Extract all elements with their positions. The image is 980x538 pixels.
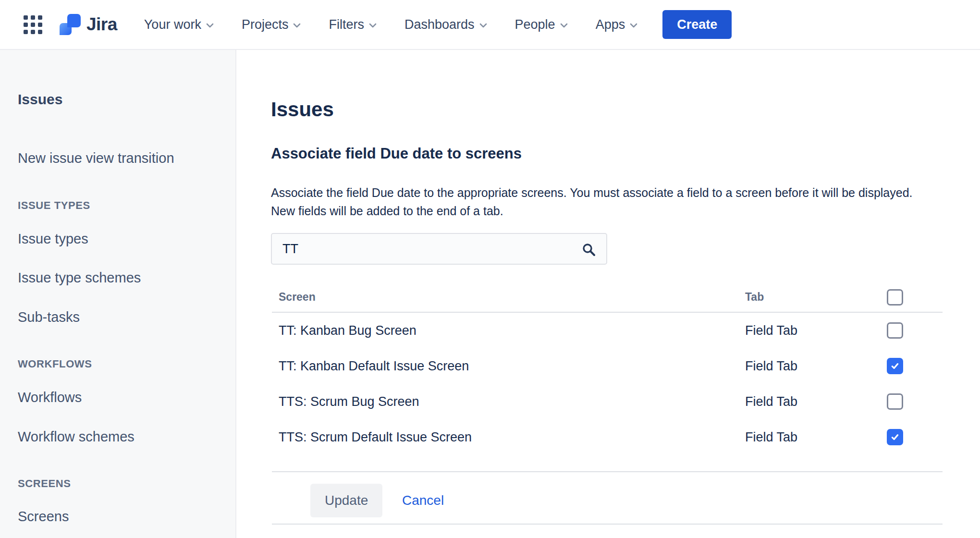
chevron-down-icon (479, 23, 487, 28)
table-footer-divider (272, 471, 943, 472)
nav-item-people[interactable]: People (515, 17, 568, 32)
tab-name: Field Tab (745, 394, 797, 409)
table-row: TTS: Scrum Bug Screen Field Tab (237, 384, 943, 419)
bottom-divider (272, 524, 943, 525)
description-text: Associate the field Due date to the appr… (271, 183, 934, 220)
screen-name: TTS: Scrum Bug Screen (279, 394, 419, 409)
sidebar-item-new-issue-view-transition[interactable]: New issue view transition (18, 150, 174, 166)
nav-menu: Your work Projects Filters Dashboards Pe… (144, 17, 637, 32)
sidebar-item-issues[interactable]: Issues (18, 91, 62, 108)
row-checkbox[interactable] (887, 429, 903, 445)
search-icon (581, 242, 597, 257)
tab-name: Field Tab (745, 359, 797, 374)
chevron-down-icon (369, 23, 377, 28)
nav-item-your-work[interactable]: Your work (144, 17, 214, 32)
sidebar-section-issue-types: ISSUE TYPES (18, 199, 90, 212)
page-title: Issues (271, 98, 334, 121)
sidebar-item-issue-type-schemes[interactable]: Issue type schemes (18, 270, 141, 286)
jira-logo-icon (59, 13, 82, 36)
row-checkbox[interactable] (887, 358, 903, 374)
row-checkbox[interactable] (887, 393, 903, 410)
sidebar-item-screens[interactable]: Screens (18, 509, 69, 525)
screen-name: TT: Kanban Default Issue Screen (279, 359, 469, 374)
main-content: Issues Associate field Due date to scree… (237, 50, 980, 538)
settings-sidebar: Issues New issue view transition ISSUE T… (0, 50, 236, 538)
screens-table: TT: Kanban Bug Screen Field Tab TT: Kanb… (237, 313, 943, 455)
chevron-down-icon (630, 23, 637, 28)
screen-name: TT: Kanban Bug Screen (279, 323, 416, 338)
column-header-screen: Screen (279, 291, 316, 304)
chevron-down-icon (293, 23, 301, 28)
row-checkbox[interactable] (887, 322, 903, 339)
table-row: TTS: Scrum Default Issue Screen Field Ta… (237, 419, 943, 455)
screen-filter-field (271, 233, 607, 265)
chevron-down-icon (206, 23, 214, 28)
app-switcher-icon[interactable] (21, 13, 44, 36)
search-input[interactable] (272, 234, 606, 264)
tab-name: Field Tab (745, 323, 797, 338)
jira-logo-text: Jira (86, 14, 117, 35)
nav-item-projects[interactable]: Projects (242, 17, 301, 32)
select-all-checkbox[interactable] (887, 289, 903, 306)
table-row: TT: Kanban Bug Screen Field Tab (237, 313, 943, 348)
nav-item-dashboards[interactable]: Dashboards (404, 17, 487, 32)
table-row: TT: Kanban Default Issue Screen Field Ta… (237, 348, 943, 384)
update-button[interactable]: Update (310, 484, 382, 517)
nav-item-filters[interactable]: Filters (329, 17, 377, 32)
sidebar-section-screens: SCREENS (18, 477, 71, 490)
cancel-link[interactable]: Cancel (402, 493, 444, 508)
sidebar-item-workflow-schemes[interactable]: Workflow schemes (18, 429, 135, 445)
table-header-row: Screen Tab (237, 287, 943, 308)
section-title: Associate field Due date to screens (271, 145, 522, 162)
sidebar-item-workflows[interactable]: Workflows (18, 390, 82, 405)
column-header-tab: Tab (745, 291, 764, 304)
jira-logo[interactable]: Jira (59, 13, 117, 36)
sidebar-item-sub-tasks[interactable]: Sub-tasks (18, 309, 80, 325)
create-button[interactable]: Create (662, 10, 732, 39)
nav-item-apps[interactable]: Apps (596, 17, 638, 32)
top-navigation-bar: Jira Your work Projects Filters Dashboar… (0, 0, 980, 50)
sidebar-item-issue-types[interactable]: Issue types (18, 231, 88, 247)
sidebar-section-workflows: WORKFLOWS (18, 358, 92, 370)
tab-name: Field Tab (745, 430, 797, 445)
screen-name: TTS: Scrum Default Issue Screen (279, 430, 472, 445)
chevron-down-icon (560, 23, 568, 28)
jira-screen: Jira Your work Projects Filters Dashboar… (0, 0, 980, 538)
